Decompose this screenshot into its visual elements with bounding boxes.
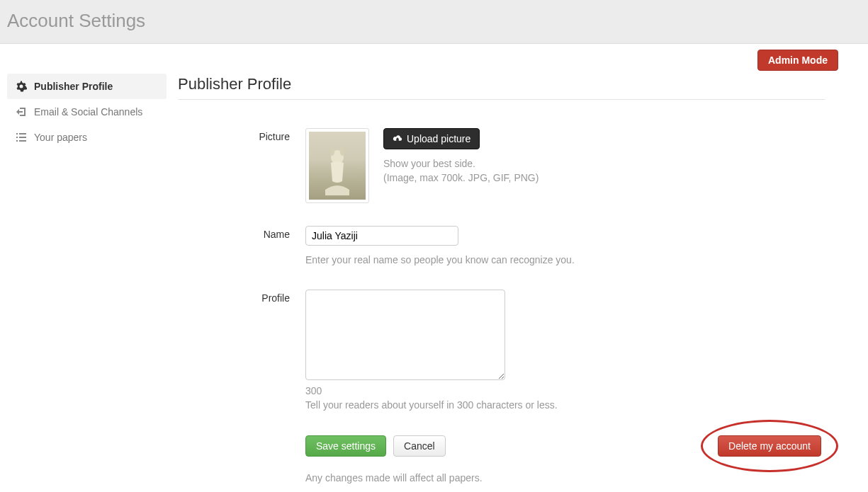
delete-my-account-label: Delete my account <box>728 440 811 452</box>
form-row-actions: Save settings Cancel Delete my account <box>178 435 825 457</box>
header-bar: Account Settings <box>0 0 868 44</box>
cloud-upload-icon <box>393 134 402 144</box>
sidebar: Publisher Profile Email & Social Channel… <box>7 71 167 492</box>
cancel-label: Cancel <box>404 440 435 452</box>
sidebar-item-publisher-profile[interactable]: Publisher Profile <box>7 74 167 99</box>
sidebar-item-your-papers[interactable]: Your papers <box>7 125 167 150</box>
form-row-profile: Profile 300 Tell your readers about your… <box>178 290 825 412</box>
sidebar-item-label: Publisher Profile <box>34 81 113 92</box>
sidebar-item-label: Your papers <box>34 132 87 143</box>
svg-rect-0 <box>16 133 18 135</box>
save-settings-button[interactable]: Save settings <box>305 435 386 457</box>
name-input[interactable] <box>305 226 458 246</box>
picture-help: Show your best side. (Image, max 700k. J… <box>383 156 539 185</box>
svg-rect-5 <box>19 140 26 142</box>
changes-note: Any changes made will affect all papers. <box>305 472 825 484</box>
page-title: Account Settings <box>7 10 861 32</box>
svg-point-8 <box>340 147 344 156</box>
list-icon <box>16 132 27 143</box>
divider <box>178 99 825 100</box>
save-settings-label: Save settings <box>316 440 376 452</box>
profile-textarea[interactable] <box>305 290 505 380</box>
login-icon <box>16 106 27 118</box>
picture-field: Upload picture Show your best side. (Ima… <box>305 128 825 203</box>
svg-rect-2 <box>16 137 18 138</box>
form-row-picture: Picture <box>178 128 825 203</box>
svg-point-7 <box>330 147 334 156</box>
section-heading: Publisher Profile <box>178 75 825 93</box>
svg-rect-3 <box>19 137 26 138</box>
main-content: Publisher Profile Picture <box>167 71 861 492</box>
picture-label: Picture <box>178 128 305 203</box>
profile-char-counter: 300 <box>305 385 825 396</box>
admin-mode-wrap: Admin Mode <box>0 44 868 71</box>
name-help: Enter your real name so people you know … <box>305 253 825 267</box>
form-row-name: Name Enter your real name so people you … <box>178 226 825 267</box>
svg-rect-4 <box>16 140 18 142</box>
sidebar-item-email-social[interactable]: Email & Social Channels <box>7 99 167 125</box>
admin-mode-label: Admin Mode <box>768 55 828 66</box>
name-label: Name <box>178 226 305 267</box>
profile-label: Profile <box>178 290 305 412</box>
sidebar-item-label: Email & Social Channels <box>34 106 142 118</box>
cancel-button[interactable]: Cancel <box>393 435 446 457</box>
picture-help-line1: Show your best side. <box>383 156 539 171</box>
upload-picture-button[interactable]: Upload picture <box>383 128 480 149</box>
svg-rect-1 <box>19 133 26 135</box>
delete-my-account-button[interactable]: Delete my account <box>718 435 821 457</box>
picture-help-line2: (Image, max 700k. JPG, GIF, PNG) <box>383 171 539 185</box>
profile-picture-thumbnail[interactable] <box>305 128 369 203</box>
profile-help: Tell your readers about yourself in 300 … <box>305 398 825 412</box>
admin-mode-button[interactable]: Admin Mode <box>757 50 838 71</box>
gear-icon <box>16 81 27 92</box>
upload-picture-label: Upload picture <box>407 133 470 144</box>
page-body: Publisher Profile Email & Social Channel… <box>0 71 868 492</box>
profile-picture-image <box>318 146 356 197</box>
